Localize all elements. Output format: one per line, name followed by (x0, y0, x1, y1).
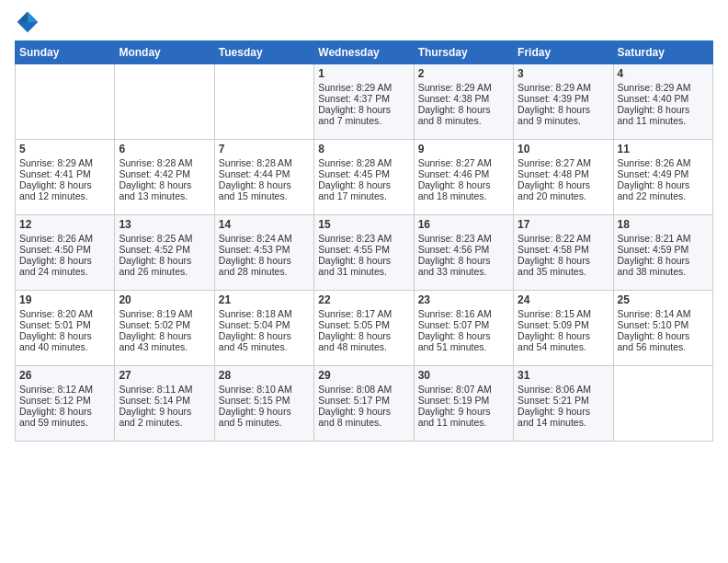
day-detail: Daylight: 8 hours (618, 179, 709, 190)
day-detail: Sunrise: 8:14 AM (618, 308, 709, 319)
day-detail: Sunset: 4:39 PM (518, 93, 609, 104)
day-detail: Sunrise: 8:26 AM (618, 157, 709, 168)
day-detail: Sunrise: 8:18 AM (219, 308, 310, 319)
day-number: 28 (219, 369, 310, 382)
day-detail: and 54 minutes. (518, 341, 609, 352)
day-detail: Sunset: 4:50 PM (19, 244, 110, 255)
calendar-cell: 6Sunrise: 8:28 AMSunset: 4:42 PMDaylight… (115, 140, 214, 215)
day-number: 26 (19, 369, 110, 382)
day-detail: Sunrise: 8:28 AM (119, 157, 210, 168)
day-detail: and 11 minutes. (418, 417, 509, 428)
day-detail: Sunset: 5:19 PM (418, 395, 509, 406)
day-detail: Sunset: 5:15 PM (219, 395, 310, 406)
calendar: SundayMondayTuesdayWednesdayThursdayFrid… (15, 40, 713, 442)
day-detail: Sunset: 5:01 PM (19, 319, 110, 330)
calendar-cell (16, 64, 115, 140)
day-detail: Daylight: 8 hours (518, 255, 609, 266)
day-detail: Sunset: 5:04 PM (219, 319, 310, 330)
day-number: 25 (618, 293, 709, 306)
calendar-cell: 13Sunrise: 8:25 AMSunset: 4:52 PMDayligh… (115, 215, 214, 291)
day-number: 3 (518, 67, 609, 80)
calendar-cell: 31Sunrise: 8:06 AMSunset: 5:21 PMDayligh… (514, 366, 613, 442)
day-detail: Sunrise: 8:10 AM (219, 384, 310, 395)
day-detail: Daylight: 8 hours (318, 330, 409, 341)
day-detail: and 56 minutes. (618, 341, 709, 352)
day-detail: Sunrise: 8:26 AM (19, 233, 110, 244)
day-detail: Sunset: 5:21 PM (518, 395, 609, 406)
day-detail: Sunset: 5:17 PM (318, 395, 409, 406)
day-detail: Daylight: 8 hours (219, 179, 310, 190)
day-detail: Sunset: 5:02 PM (119, 319, 210, 330)
day-number: 12 (19, 218, 110, 231)
day-detail: Sunrise: 8:20 AM (19, 308, 110, 319)
day-detail: and 17 minutes. (318, 190, 409, 201)
day-detail: and 35 minutes. (518, 266, 609, 277)
day-detail: Sunset: 4:56 PM (418, 244, 509, 255)
day-detail: Daylight: 8 hours (318, 104, 409, 115)
day-detail: and 18 minutes. (418, 190, 509, 201)
day-detail: Sunrise: 8:27 AM (418, 157, 509, 168)
day-detail: Daylight: 8 hours (318, 179, 409, 190)
day-number: 30 (418, 369, 509, 382)
day-detail: Daylight: 9 hours (219, 406, 310, 417)
day-number: 23 (418, 293, 509, 306)
day-detail: Daylight: 8 hours (418, 104, 509, 115)
day-detail: Sunset: 4:53 PM (219, 244, 310, 255)
day-detail: and 13 minutes. (119, 190, 210, 201)
calendar-cell: 11Sunrise: 8:26 AMSunset: 4:49 PMDayligh… (613, 140, 712, 215)
day-number: 4 (618, 67, 709, 80)
calendar-cell (214, 64, 313, 140)
day-detail: Sunrise: 8:11 AM (119, 384, 210, 395)
calendar-cell: 15Sunrise: 8:23 AMSunset: 4:55 PMDayligh… (314, 215, 414, 291)
day-detail: Sunset: 4:44 PM (219, 168, 310, 179)
day-number: 19 (19, 293, 110, 306)
day-detail: Sunset: 5:07 PM (418, 319, 509, 330)
day-number: 17 (518, 218, 609, 231)
day-detail: Sunset: 4:41 PM (19, 168, 110, 179)
day-number: 13 (119, 218, 210, 231)
day-detail: Sunrise: 8:24 AM (219, 233, 310, 244)
calendar-cell: 30Sunrise: 8:07 AMSunset: 5:19 PMDayligh… (414, 366, 513, 442)
svg-marker-1 (28, 12, 38, 22)
day-detail: Sunrise: 8:17 AM (318, 308, 409, 319)
day-detail: and 59 minutes. (19, 417, 110, 428)
page: SundayMondayTuesdayWednesdayThursdayFrid… (0, 0, 728, 563)
calendar-cell: 19Sunrise: 8:20 AMSunset: 5:01 PMDayligh… (16, 291, 115, 366)
day-number: 11 (618, 143, 709, 155)
calendar-cell: 10Sunrise: 8:27 AMSunset: 4:48 PMDayligh… (514, 140, 613, 215)
day-detail: Sunset: 5:09 PM (518, 319, 609, 330)
col-header-wednesday: Wednesday (314, 41, 414, 64)
calendar-week-4: 19Sunrise: 8:20 AMSunset: 5:01 PMDayligh… (16, 291, 713, 366)
day-number: 20 (119, 293, 210, 306)
day-number: 31 (518, 369, 609, 382)
day-number: 24 (518, 293, 609, 306)
day-number: 16 (418, 218, 509, 231)
logo (15, 9, 44, 35)
day-detail: Sunset: 4:40 PM (618, 93, 709, 104)
day-detail: and 5 minutes. (219, 417, 310, 428)
day-detail: Sunset: 5:05 PM (318, 319, 409, 330)
day-detail: and 8 minutes. (318, 417, 409, 428)
day-number: 15 (318, 218, 409, 231)
day-detail: Daylight: 8 hours (119, 255, 210, 266)
day-detail: Daylight: 8 hours (19, 179, 110, 190)
day-number: 29 (318, 369, 409, 382)
day-detail: Daylight: 8 hours (518, 104, 609, 115)
calendar-cell: 4Sunrise: 8:29 AMSunset: 4:40 PMDaylight… (613, 64, 712, 140)
col-header-sunday: Sunday (16, 41, 115, 64)
day-detail: Sunrise: 8:29 AM (418, 82, 509, 93)
calendar-cell: 8Sunrise: 8:28 AMSunset: 4:45 PMDaylight… (314, 140, 414, 215)
day-detail: Sunset: 5:12 PM (19, 395, 110, 406)
day-detail: and 9 minutes. (518, 115, 609, 126)
day-number: 6 (119, 143, 210, 155)
calendar-cell: 26Sunrise: 8:12 AMSunset: 5:12 PMDayligh… (16, 366, 115, 442)
day-detail: Sunrise: 8:21 AM (618, 233, 709, 244)
day-number: 8 (318, 143, 409, 155)
day-number: 18 (618, 218, 709, 231)
col-header-saturday: Saturday (613, 41, 712, 64)
day-detail: Sunrise: 8:16 AM (418, 308, 509, 319)
day-detail: Daylight: 8 hours (618, 104, 709, 115)
day-number: 2 (418, 67, 509, 80)
day-detail: and 28 minutes. (219, 266, 310, 277)
day-detail: Sunset: 4:48 PM (518, 168, 609, 179)
